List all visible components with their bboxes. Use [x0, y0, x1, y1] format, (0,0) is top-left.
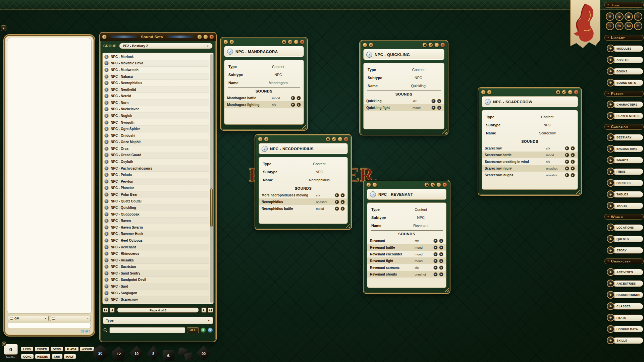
sound-play-button[interactable]: ▶ [335, 193, 339, 197]
soundset-list-item[interactable]: ♪NPC - Peluda [104, 172, 209, 178]
sidebar-section-library[interactable]: ▼Library [604, 35, 644, 41]
window-minimize-button[interactable]: − [294, 40, 299, 44]
soundset-list-item[interactable]: ♪NPC - Ooze Mephit [104, 139, 209, 146]
sound-play-button[interactable]: ▶ [335, 206, 339, 211]
sidebar-item-locations[interactable]: ◆LOCATIONS [604, 224, 644, 231]
sidebar-item-story[interactable]: ◆STORY [604, 247, 644, 254]
sidebar-section-campaign[interactable]: ▼Campaign [604, 124, 644, 130]
soundset-list-item[interactable]: ♪NPC - Sarglagon [104, 290, 209, 297]
sound-stop-button[interactable]: ■ [571, 160, 575, 164]
chat-input[interactable] [8, 323, 91, 328]
window-menu-button[interactable]: ≡ [372, 182, 377, 187]
soundset-list-item[interactable]: ♪NPC - Necrophidius [104, 80, 209, 86]
soundset-list-item[interactable]: ♪NPC - Raven Swarm [104, 224, 209, 231]
window-close-button[interactable]: × [574, 90, 579, 95]
window-lock-button[interactable] [556, 90, 560, 95]
window-close-button[interactable]: × [209, 35, 214, 39]
sound-play-button[interactable]: ▶ [433, 239, 438, 243]
hotkey-hidden[interactable]: HIDDEN [35, 354, 51, 359]
sound-row[interactable]: Scarecrow battlemood▶■ [482, 152, 578, 158]
soundset-list-item[interactable]: ♪NPC - Nyogoth [104, 119, 209, 126]
sound-row[interactable]: Revenant battlemood▶■ [367, 244, 446, 251]
soundset-list-item[interactable]: ♪NPC - Sacristan [104, 264, 209, 270]
sidebar-item-bestiary[interactable]: ◆BESTIARY [604, 134, 644, 141]
hotkey-conc[interactable]: CONC [21, 354, 34, 359]
sound-row[interactable]: Scarecrowsfx▶■ [482, 145, 578, 152]
window-share-button[interactable] [562, 90, 567, 95]
window-title-bar[interactable]: ♪NPC - MANDRAGORA [224, 46, 304, 57]
sidebar-item-parcels[interactable]: ◆PARCELS [604, 180, 644, 186]
subtype-value[interactable]: NPC [399, 216, 442, 220]
type-value[interactable]: Content [521, 115, 574, 119]
window-title-bar[interactable]: ♪NPC - REVENANT [367, 189, 446, 200]
sound-play-button[interactable]: ▶ [433, 259, 438, 263]
soundset-list-item[interactable]: ♪NPC - Neothelid [104, 86, 209, 93]
window-menu-button[interactable]: ≡ [369, 43, 373, 47]
group-select[interactable]: PF2 - Bestiary 2 ▼ [119, 43, 213, 49]
sound-row[interactable]: Revenant encountermood▶■ [367, 251, 446, 257]
soundset-list-item[interactable]: ♪NPC - Movanic Deva [104, 60, 209, 67]
die-d10[interactable]: 10 [129, 346, 144, 361]
chat-identity-select[interactable]: GM ▼ [8, 316, 49, 321]
sidebar-item-characters[interactable]: ◆CHARACTERS [604, 101, 644, 108]
last-page-button[interactable]: ▶ [208, 307, 213, 313]
panel-lock-button[interactable] [1, 25, 6, 31]
sound-play-button[interactable]: ▶ [431, 99, 436, 103]
subtype-value[interactable]: NPC [396, 76, 440, 80]
sound-row[interactable]: Mandragora fightingsfx▶■ [224, 101, 304, 108]
soundset-list-item[interactable]: ♪NPC - Nereid [104, 93, 209, 100]
resize-grip[interactable] [345, 224, 350, 228]
soundset-list-item[interactable]: ♪NPC - Reef Octopus [104, 237, 209, 244]
scrollbar-track[interactable] [210, 54, 213, 303]
sound-stop-button[interactable]: ■ [439, 259, 443, 263]
sound-stop-button[interactable]: ■ [340, 206, 345, 211]
search-input[interactable] [109, 327, 185, 333]
sound-stop-button[interactable]: ■ [340, 200, 345, 204]
sidebar-item-feats[interactable]: ◆FEATS [604, 314, 644, 321]
sound-stop-button[interactable]: ■ [340, 193, 345, 197]
filter-all-button[interactable]: ALL [187, 327, 199, 333]
window-minimize-button[interactable]: − [203, 35, 208, 39]
window-close-button[interactable]: × [442, 182, 447, 187]
sound-play-button[interactable]: ▶ [433, 245, 438, 250]
sound-play-button[interactable]: ▶ [433, 265, 438, 270]
hotkey-crit[interactable]: CRIT [52, 354, 63, 359]
soundset-list-item[interactable]: ♪NPC - Revenant [104, 244, 209, 251]
sound-row[interactable]: More necrophidiuses movingsfx▶■ [259, 192, 347, 198]
soundset-list-item[interactable]: ♪NPC - Oread Guard [104, 152, 209, 159]
window-minimize-button[interactable]: − [568, 90, 573, 95]
soundsets-title-bar[interactable]: ♪ Sound Sets ? − × [100, 33, 216, 41]
add-button[interactable]: + [201, 327, 206, 333]
sound-stop-button[interactable]: ■ [439, 252, 443, 256]
sound-row[interactable]: Revenantsfx▶■ [367, 237, 446, 244]
subtype-value[interactable]: NPC [295, 170, 343, 174]
sound-play-button[interactable]: ▶ [565, 173, 569, 177]
soundset-list-item[interactable]: ♪NPC - Rhinoceros [104, 250, 209, 257]
window-lock-button[interactable] [326, 137, 330, 141]
sound-stop-button[interactable]: ■ [439, 239, 443, 243]
sound-play-button[interactable]: ▶ [433, 272, 438, 277]
soundset-list-item[interactable]: ♪NPC - Morlock [104, 54, 209, 60]
die-d100[interactable]: 00 [197, 346, 211, 361]
sidebar-section-tool[interactable]: ▼Tool [604, 2, 644, 8]
hotkey-assur[interactable]: ASSUR [80, 347, 95, 352]
soundset-list-item[interactable]: ♪NPC - Pachycephalosaurs [104, 165, 209, 172]
sidebar-item-sound-sets[interactable]: ◆SOUND SETS [604, 79, 644, 86]
soundset-list-item[interactable]: ♪NPC - Nuglub [104, 113, 209, 119]
window-audio-button[interactable]: ♪ [223, 40, 228, 44]
type-filter-dropdown[interactable]: ▼ [208, 319, 210, 322]
sidebar-section-world[interactable]: ▼World [604, 214, 644, 220]
sound-row[interactable]: Revenant shoutsoneshot▶■ [367, 271, 446, 278]
soundset-list-item[interactable]: ♪NPC - Nuckelavee [104, 106, 209, 113]
next-page-button[interactable]: ▶ [201, 307, 207, 313]
subtype-value[interactable]: NPC [257, 73, 300, 77]
window-share-button[interactable] [288, 40, 292, 44]
sidebar-item-activities[interactable]: ◆ACTIVITIES [604, 269, 644, 276]
name-value[interactable]: Necrophidius [295, 178, 343, 182]
dice-group[interactable] [178, 347, 193, 361]
soundset-list-item[interactable]: ♪NPC - Sand Sentry [104, 270, 209, 277]
sound-stop-button[interactable]: ■ [297, 103, 301, 107]
sound-play-button[interactable]: ▶ [291, 103, 295, 107]
soundset-list-item[interactable]: ♪NPC - Rusalka [104, 257, 209, 264]
edit-button[interactable] [208, 327, 213, 333]
